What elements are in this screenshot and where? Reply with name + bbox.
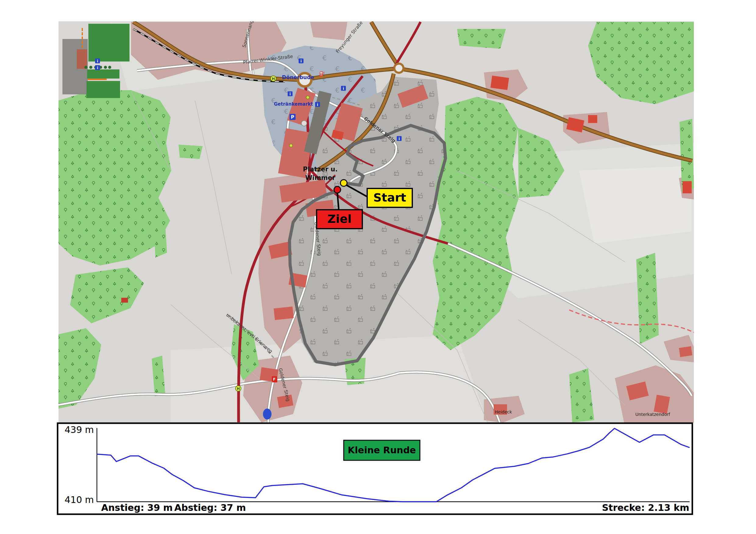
map-and-profile-canvas: € € — [0, 0, 756, 534]
route-name-label: Kleine Runde — [348, 445, 416, 455]
panel-border — [58, 423, 692, 514]
sports-pitch — [87, 69, 120, 79]
poi-label: Dönerbude — [282, 74, 314, 80]
crossing-icon — [289, 144, 292, 147]
elevation-profile-panel: 439 m 410 m Kleine Runde Anstieg: 39 m A… — [58, 423, 692, 514]
start-label: Start — [373, 191, 406, 204]
svg-text:F: F — [273, 377, 276, 381]
sports-pitch — [87, 81, 120, 98]
pond — [263, 409, 272, 420]
svg-text:P: P — [291, 114, 294, 120]
field — [579, 166, 692, 243]
map-canvas: H H P F ii ii ii — [59, 19, 694, 422]
ascent-label: Anstieg: 39 m — [101, 502, 173, 513]
zone-texture — [636, 253, 659, 344]
hydrant-icon: F — [272, 376, 277, 381]
fuel-icon: ⛽ — [319, 71, 325, 77]
bus-stop-icon: H — [271, 76, 276, 81]
zone-texture — [154, 223, 167, 258]
bus-stop-icon: H — [235, 386, 241, 391]
place-label: Heideck — [495, 410, 512, 414]
zone-texture — [680, 119, 694, 192]
distance-label: Strecke: 2.13 km — [602, 502, 689, 513]
svg-text:i: i — [300, 59, 302, 63]
y-min-label: 410 m — [65, 495, 94, 505]
zone-texture — [59, 90, 171, 266]
svg-text:i: i — [398, 137, 400, 141]
sports-pitch — [88, 24, 129, 62]
svg-text:H: H — [237, 387, 240, 391]
crossing-icon — [306, 96, 309, 99]
svg-text:H: H — [272, 77, 275, 81]
svg-text:i: i — [97, 59, 98, 63]
ziel-marker-dot — [334, 186, 341, 193]
parking-icon: P — [289, 114, 296, 120]
business-label-line2: Wimmer — [305, 174, 336, 181]
ziel-label: Ziel — [327, 212, 351, 226]
start-marker-dot — [340, 180, 347, 186]
barrier-icon — [301, 120, 307, 126]
place-label: Unterkatzendorf — [635, 412, 670, 417]
svg-text:i: i — [317, 103, 318, 107]
route-map-export: € € — [0, 0, 756, 534]
business-label-line1: Platzer u. — [303, 165, 338, 173]
restaurant-icon: 🍴 — [250, 68, 257, 75]
y-max-label: 439 m — [65, 424, 94, 435]
zone-texture — [457, 29, 506, 49]
zone-texture — [178, 145, 202, 159]
svg-text:i: i — [97, 66, 98, 70]
svg-text:i: i — [343, 87, 344, 91]
poi-label: Getränkemarkt — [274, 101, 313, 107]
descent-label: Abstieg: 37 m — [174, 502, 246, 513]
svg-text:i: i — [289, 92, 291, 96]
